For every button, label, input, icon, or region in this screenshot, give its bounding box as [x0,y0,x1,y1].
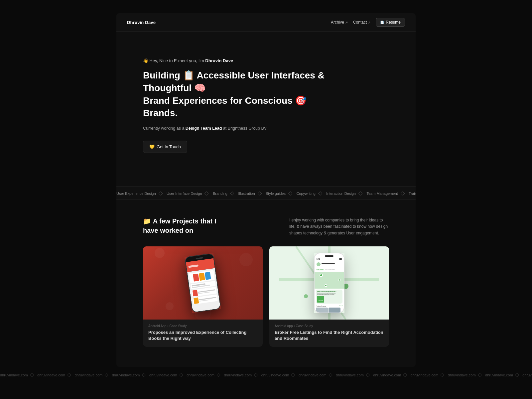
phone-mockup-roommate: 9:41 [314,253,344,313]
project-card-books[interactable]: Android App • Case Study Proposes an Imp… [143,246,263,347]
hero-title: Building 📋 Accessible User Interfaces & … [143,69,342,119]
hero-subtitle: Currently working as a Design Team Lead … [143,126,389,131]
project-name-roommate: Broker Free Listings to Find the Right A… [275,330,384,341]
project-name-books: Proposes an Improved Experience of Colle… [148,330,257,341]
project-card-info-roommate: Android App • Case Study Broker Free Lis… [269,320,389,347]
svg-point-10 [304,294,308,298]
external-link-icon: ↗ [368,21,370,24]
resume-button[interactable]: 📄 Resume [376,18,405,27]
ticker-content: User Experience Design◇ User Interface D… [116,190,416,196]
projects-title: 📁 A few Projects that I have worked on [143,216,229,235]
project-card-roommate[interactable]: 9:41 [269,246,389,347]
external-link-icon: ↗ [345,21,348,24]
project-type-roommate: Android App • Case Study [275,324,384,328]
project-type-books: Android App • Case Study [148,324,257,328]
footer-ticker-content: dhruvindave.com◇ dhruvindave.com◇ dhruvi… [0,371,532,378]
project-card-image-books [143,246,263,320]
heart-icon: 💛 [149,144,155,149]
svg-point-1 [239,253,253,266]
svg-point-3 [166,302,174,310]
svg-point-0 [155,248,165,258]
skills-ticker: User Experience Design◇ User Interface D… [116,186,416,200]
get-in-touch-button[interactable]: 💛 Get in Touch [143,141,187,153]
projects-description: I enjoy working with companies to bring … [289,216,389,236]
hero-greeting: 👋 Hey, Nice to E-meet you, I'm Dhruvin D… [143,58,389,63]
projects-header: 📁 A few Projects that I have worked on I… [143,216,389,236]
archive-link[interactable]: Archive ↗ [331,20,348,25]
projects-grid: Android App • Case Study Proposes an Imp… [143,246,389,347]
project-card-info-books: Android App • Case Study Proposes an Imp… [143,320,263,347]
hero-role: Design Team Lead [186,126,222,131]
projects-title-block: 📁 A few Projects that I have worked on [143,216,229,235]
document-icon: 📄 [380,21,384,24]
nav-links: Archive ↗ Contact ↗ 📄 Resume [331,18,405,27]
navigation: Dhruvin Dave Archive ↗ Contact ↗ 📄 Resum… [116,13,416,32]
footer-ticker: dhruvindave.com◇ dhruvindave.com◇ dhruvi… [0,367,532,382]
hero-section: 👋 Hey, Nice to E-meet you, I'm Dhruvin D… [116,32,416,186]
projects-section: 📁 A few Projects that I have worked on I… [116,200,416,367]
nav-logo: Dhruvin Dave [127,20,156,25]
contact-link[interactable]: Contact ↗ [353,20,370,25]
project-card-image-roommate: 9:41 [269,246,389,320]
